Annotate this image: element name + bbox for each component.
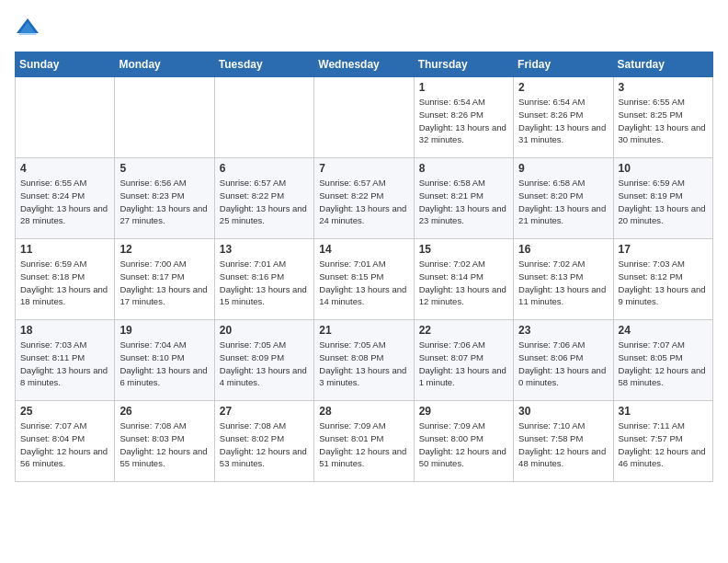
day-number: 17: [619, 243, 708, 256]
day-number: 19: [119, 324, 209, 337]
day-info: Sunrise: 6:57 AM Sunset: 8:22 PM Dayligh…: [220, 177, 309, 227]
calendar-cell: 20Sunrise: 7:05 AM Sunset: 8:09 PM Dayli…: [214, 320, 313, 401]
calendar-cell: 25Sunrise: 7:07 AM Sunset: 8:04 PM Dayli…: [16, 401, 115, 482]
day-number: 3: [619, 81, 708, 94]
calendar-week-row: 4Sunrise: 6:55 AM Sunset: 8:24 PM Daylig…: [16, 158, 713, 239]
weekday-header: Wednesday: [314, 52, 414, 77]
day-number: 9: [518, 162, 608, 175]
day-number: 13: [220, 243, 309, 256]
calendar-week-row: 1Sunrise: 6:54 AM Sunset: 8:26 PM Daylig…: [16, 77, 713, 158]
day-info: Sunrise: 6:59 AM Sunset: 8:19 PM Dayligh…: [619, 177, 708, 227]
calendar-header-row: SundayMondayTuesdayWednesdayThursdayFrid…: [16, 52, 713, 77]
calendar-cell: 10Sunrise: 6:59 AM Sunset: 8:19 PM Dayli…: [613, 158, 712, 239]
calendar-week-row: 18Sunrise: 7:03 AM Sunset: 8:11 PM Dayli…: [16, 320, 713, 401]
calendar-cell: 14Sunrise: 7:01 AM Sunset: 8:15 PM Dayli…: [314, 239, 414, 320]
day-number: 5: [119, 162, 209, 175]
calendar-week-row: 25Sunrise: 7:07 AM Sunset: 8:04 PM Dayli…: [16, 401, 713, 482]
weekday-header: Sunday: [16, 52, 115, 77]
calendar-cell: 13Sunrise: 7:01 AM Sunset: 8:16 PM Dayli…: [214, 239, 313, 320]
calendar-cell: 30Sunrise: 7:10 AM Sunset: 7:58 PM Dayli…: [514, 401, 613, 482]
day-number: 26: [119, 405, 209, 418]
day-info: Sunrise: 7:07 AM Sunset: 8:05 PM Dayligh…: [619, 339, 708, 389]
day-info: Sunrise: 7:04 AM Sunset: 8:10 PM Dayligh…: [119, 339, 209, 389]
day-number: 21: [319, 324, 408, 337]
day-info: Sunrise: 7:08 AM Sunset: 8:02 PM Dayligh…: [220, 419, 309, 470]
calendar-cell: 17Sunrise: 7:03 AM Sunset: 8:12 PM Dayli…: [613, 239, 712, 320]
calendar-week-row: 11Sunrise: 6:59 AM Sunset: 8:18 PM Dayli…: [16, 239, 713, 320]
weekday-header: Friday: [514, 52, 613, 77]
day-number: 30: [518, 405, 608, 418]
day-info: Sunrise: 7:02 AM Sunset: 8:13 PM Dayligh…: [518, 258, 608, 308]
page-header: [15, 15, 713, 40]
day-number: 16: [518, 243, 608, 256]
calendar-cell: 2Sunrise: 6:54 AM Sunset: 8:26 PM Daylig…: [514, 77, 613, 158]
day-info: Sunrise: 7:10 AM Sunset: 7:58 PM Dayligh…: [518, 419, 608, 470]
weekday-header: Thursday: [414, 52, 513, 77]
logo: [15, 15, 44, 40]
day-info: Sunrise: 7:09 AM Sunset: 8:01 PM Dayligh…: [319, 419, 408, 470]
day-info: Sunrise: 6:54 AM Sunset: 8:26 PM Dayligh…: [419, 96, 508, 146]
day-info: Sunrise: 7:03 AM Sunset: 8:11 PM Dayligh…: [20, 339, 109, 389]
day-info: Sunrise: 7:11 AM Sunset: 7:57 PM Dayligh…: [619, 419, 708, 470]
day-info: Sunrise: 7:02 AM Sunset: 8:14 PM Dayligh…: [419, 258, 508, 308]
logo-icon: [15, 15, 40, 40]
calendar-cell: 22Sunrise: 7:06 AM Sunset: 8:07 PM Dayli…: [414, 320, 513, 401]
day-number: 27: [220, 405, 309, 418]
day-number: 1: [419, 81, 508, 94]
calendar-cell: 12Sunrise: 7:00 AM Sunset: 8:17 PM Dayli…: [115, 239, 214, 320]
day-info: Sunrise: 7:01 AM Sunset: 8:16 PM Dayligh…: [220, 258, 309, 308]
day-info: Sunrise: 6:59 AM Sunset: 8:18 PM Dayligh…: [20, 258, 109, 308]
day-number: 15: [419, 243, 508, 256]
day-info: Sunrise: 7:07 AM Sunset: 8:04 PM Dayligh…: [20, 419, 109, 470]
day-number: 4: [20, 162, 109, 175]
day-number: 29: [419, 405, 508, 418]
day-info: Sunrise: 7:05 AM Sunset: 8:08 PM Dayligh…: [319, 339, 408, 389]
calendar-cell: [214, 77, 313, 158]
day-number: 20: [220, 324, 309, 337]
calendar-cell: [314, 77, 414, 158]
calendar-cell: 5Sunrise: 6:56 AM Sunset: 8:23 PM Daylig…: [115, 158, 214, 239]
day-number: 28: [319, 405, 408, 418]
weekday-header: Saturday: [613, 52, 712, 77]
calendar-cell: 4Sunrise: 6:55 AM Sunset: 8:24 PM Daylig…: [16, 158, 115, 239]
calendar-cell: [16, 77, 115, 158]
weekday-header: Monday: [115, 52, 214, 77]
calendar-cell: 24Sunrise: 7:07 AM Sunset: 8:05 PM Dayli…: [613, 320, 712, 401]
day-number: 23: [518, 324, 608, 337]
day-number: 6: [220, 162, 309, 175]
calendar-cell: 6Sunrise: 6:57 AM Sunset: 8:22 PM Daylig…: [214, 158, 313, 239]
day-info: Sunrise: 7:06 AM Sunset: 8:07 PM Dayligh…: [419, 339, 508, 389]
day-number: 18: [20, 324, 109, 337]
day-info: Sunrise: 7:08 AM Sunset: 8:03 PM Dayligh…: [119, 419, 209, 470]
day-info: Sunrise: 6:58 AM Sunset: 8:20 PM Dayligh…: [518, 177, 608, 227]
calendar-cell: 21Sunrise: 7:05 AM Sunset: 8:08 PM Dayli…: [314, 320, 414, 401]
day-number: 14: [319, 243, 408, 256]
day-number: 2: [518, 81, 608, 94]
day-info: Sunrise: 7:05 AM Sunset: 8:09 PM Dayligh…: [220, 339, 309, 389]
day-info: Sunrise: 6:57 AM Sunset: 8:22 PM Dayligh…: [319, 177, 408, 227]
day-number: 10: [619, 162, 708, 175]
day-info: Sunrise: 6:55 AM Sunset: 8:24 PM Dayligh…: [20, 177, 109, 227]
calendar-cell: 3Sunrise: 6:55 AM Sunset: 8:25 PM Daylig…: [613, 77, 712, 158]
day-info: Sunrise: 6:54 AM Sunset: 8:26 PM Dayligh…: [518, 96, 608, 146]
calendar-cell: 16Sunrise: 7:02 AM Sunset: 8:13 PM Dayli…: [514, 239, 613, 320]
weekday-header: Tuesday: [214, 52, 313, 77]
calendar-cell: 29Sunrise: 7:09 AM Sunset: 8:00 PM Dayli…: [414, 401, 513, 482]
day-info: Sunrise: 6:56 AM Sunset: 8:23 PM Dayligh…: [119, 177, 209, 227]
calendar-cell: 28Sunrise: 7:09 AM Sunset: 8:01 PM Dayli…: [314, 401, 414, 482]
calendar-cell: 11Sunrise: 6:59 AM Sunset: 8:18 PM Dayli…: [16, 239, 115, 320]
day-number: 8: [419, 162, 508, 175]
calendar-cell: 26Sunrise: 7:08 AM Sunset: 8:03 PM Dayli…: [115, 401, 214, 482]
day-info: Sunrise: 6:55 AM Sunset: 8:25 PM Dayligh…: [619, 96, 708, 146]
calendar-cell: 9Sunrise: 6:58 AM Sunset: 8:20 PM Daylig…: [514, 158, 613, 239]
calendar-cell: 15Sunrise: 7:02 AM Sunset: 8:14 PM Dayli…: [414, 239, 513, 320]
day-info: Sunrise: 7:06 AM Sunset: 8:06 PM Dayligh…: [518, 339, 608, 389]
calendar-cell: 18Sunrise: 7:03 AM Sunset: 8:11 PM Dayli…: [16, 320, 115, 401]
day-info: Sunrise: 7:03 AM Sunset: 8:12 PM Dayligh…: [619, 258, 708, 308]
day-info: Sunrise: 6:58 AM Sunset: 8:21 PM Dayligh…: [419, 177, 508, 227]
calendar-cell: 31Sunrise: 7:11 AM Sunset: 7:57 PM Dayli…: [613, 401, 712, 482]
day-info: Sunrise: 7:01 AM Sunset: 8:15 PM Dayligh…: [319, 258, 408, 308]
calendar-cell: [115, 77, 214, 158]
calendar-cell: 27Sunrise: 7:08 AM Sunset: 8:02 PM Dayli…: [214, 401, 313, 482]
day-number: 31: [619, 405, 708, 418]
